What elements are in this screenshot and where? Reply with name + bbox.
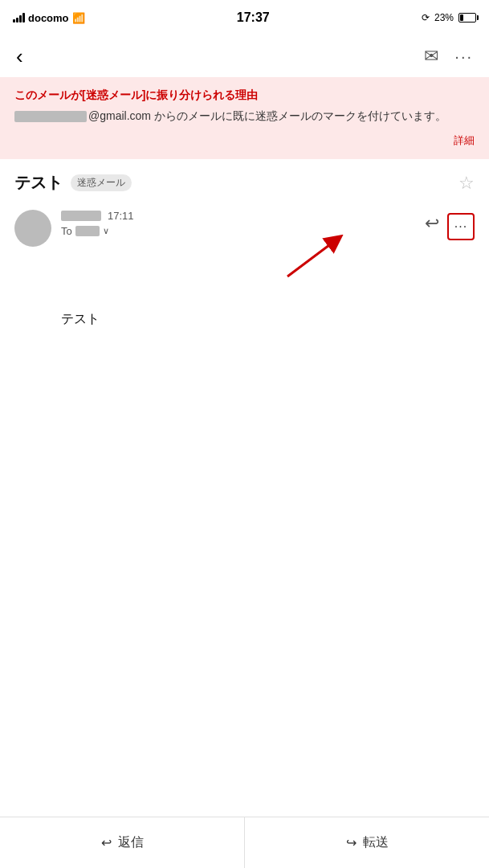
spam-banner-body: @gmail.com からのメールに既に迷惑メールのマークを付けています。 (14, 108, 475, 125)
more-menu-button[interactable]: ··· (447, 213, 475, 240)
svg-line-1 (287, 240, 336, 276)
wifi-icon: 📶 (72, 12, 85, 24)
email-body: テスト (0, 305, 489, 341)
reply-button[interactable]: ↩ (425, 213, 439, 234)
reply-action-label: 返信 (118, 834, 144, 851)
avatar (14, 210, 51, 247)
nav-right-actions: ✉ ··· (424, 46, 473, 67)
email-subject-bar: テスト 迷惑メール ☆ (0, 159, 489, 200)
spam-banner: このメールが[迷惑メール]に振り分けられる理由 @gmail.com からのメー… (0, 77, 489, 159)
star-button[interactable]: ☆ (458, 173, 475, 194)
redacted-email (14, 111, 87, 122)
forward-action-label: 転送 (363, 834, 389, 851)
email-time: 17:11 (108, 210, 134, 222)
email-subject-left: テスト 迷惑メール (14, 172, 132, 194)
email-meta-bottom: To ∨ (61, 225, 415, 237)
battery-percent: 23% (434, 12, 454, 23)
to-name-placeholder (75, 226, 100, 236)
spam-badge: 迷惑メール (71, 174, 132, 191)
red-arrow-svg (263, 232, 360, 280)
back-button[interactable]: ‹ (16, 44, 23, 69)
status-left: docomo 📶 (13, 12, 85, 24)
forward-icon: ↪ (346, 835, 357, 850)
to-label: To (61, 225, 72, 237)
sender-placeholder (61, 211, 101, 221)
forward-action-button[interactable]: ↪ 転送 (245, 817, 489, 868)
status-time: 17:37 (237, 10, 270, 25)
top-nav: ‹ ✉ ··· (0, 35, 489, 77)
mail-icon[interactable]: ✉ (424, 46, 438, 67)
more-options-button[interactable]: ··· (454, 47, 473, 66)
status-right: ⟳ 23% (422, 12, 476, 23)
rotation-icon: ⟳ (422, 12, 430, 23)
email-meta: 17:11 To ∨ (61, 210, 415, 247)
email-body-text: テスト (61, 312, 100, 326)
reply-action-button[interactable]: ↩ 返信 (0, 817, 245, 868)
battery-icon (458, 13, 476, 23)
spam-banner-title: このメールが[迷惑メール]に振り分けられる理由 (14, 88, 475, 103)
spam-banner-body-text: @gmail.com からのメールに既に迷惑メールのマークを付けています。 (88, 109, 446, 122)
email-subject-title: テスト (14, 172, 63, 194)
arrow-annotation (14, 256, 475, 305)
bottom-action-bar: ↩ 返信 ↪ 転送 (0, 817, 489, 868)
spam-detail-link-container: 詳細 (14, 133, 475, 148)
email-actions: ↩ ··· (425, 210, 475, 247)
status-bar: docomo 📶 17:37 ⟳ 23% (0, 0, 489, 35)
email-meta-top: 17:11 (61, 210, 415, 222)
reply-icon: ↩ (101, 835, 112, 850)
carrier-label: docomo (28, 12, 69, 24)
more-dots-icon: ··· (454, 219, 467, 234)
signal-icon (13, 13, 25, 23)
email-item: 17:11 To ∨ ↩ ··· (0, 200, 489, 256)
spam-detail-link[interactable]: 詳細 (454, 134, 475, 146)
chevron-down-icon[interactable]: ∨ (103, 226, 109, 236)
